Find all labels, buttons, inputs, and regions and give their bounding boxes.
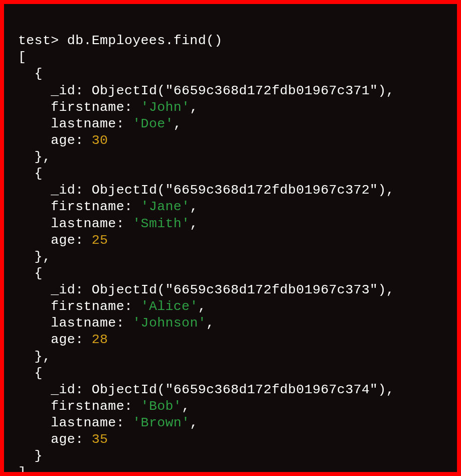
key-id: _id <box>51 83 75 98</box>
colon: : <box>116 315 124 331</box>
object-close-brace: } <box>35 249 43 264</box>
object-open-brace: { <box>35 366 43 381</box>
objectid-fn: ObjectId <box>92 382 157 397</box>
lastname-value: 'Johnson' <box>132 315 206 331</box>
objectid-value: "6659c368d172fdb01967c372" <box>166 183 378 198</box>
colon: : <box>124 199 132 214</box>
colon: : <box>124 100 132 115</box>
array-open-bracket: [ <box>18 50 26 65</box>
command: db.Employees.find() <box>67 33 223 48</box>
colon: : <box>75 332 83 347</box>
paren-close: ) <box>378 83 386 98</box>
terminal-window[interactable]: test> db.Employees.find() [ { _id: Objec… <box>4 4 457 472</box>
key-lastname: lastname <box>51 216 116 231</box>
firstname-value: 'Bob' <box>141 399 182 414</box>
colon: : <box>75 282 83 297</box>
key-age: age <box>51 233 75 248</box>
key-firstname: firstname <box>51 399 124 414</box>
colon: : <box>116 415 124 430</box>
key-age: age <box>51 432 75 447</box>
comma: , <box>198 299 206 314</box>
lastname-value: 'Smith' <box>132 216 190 231</box>
colon: : <box>124 399 132 414</box>
key-firstname: firstname <box>51 199 124 214</box>
comma: , <box>190 100 198 115</box>
paren-close: ) <box>378 183 386 198</box>
comma: , <box>43 149 51 165</box>
key-firstname: firstname <box>51 299 124 314</box>
key-firstname: firstname <box>51 100 124 115</box>
object-close-brace: } <box>35 349 43 364</box>
paren-close: ) <box>378 282 386 297</box>
firstname-value: 'Jane' <box>141 199 190 214</box>
comma: , <box>206 315 214 331</box>
objectid-fn: ObjectId <box>92 83 157 98</box>
comma: , <box>386 382 394 397</box>
comma: , <box>386 282 394 297</box>
comma: , <box>43 249 51 264</box>
objectid-value: "6659c368d172fdb01967c374" <box>166 382 378 397</box>
prompt: test> <box>18 33 59 48</box>
colon: : <box>75 382 83 397</box>
comma: , <box>190 216 198 231</box>
comma: , <box>386 183 394 198</box>
paren-open: ( <box>157 83 165 98</box>
objectid-fn: ObjectId <box>92 282 157 297</box>
object-close-brace: } <box>35 149 43 165</box>
colon: : <box>75 183 83 198</box>
objectid-value: "6659c368d172fdb01967c371" <box>166 83 378 98</box>
key-lastname: lastname <box>51 116 116 131</box>
colon: : <box>124 299 132 314</box>
key-id: _id <box>51 382 75 397</box>
comma: , <box>386 83 394 98</box>
comma: , <box>190 415 198 430</box>
paren-open: ( <box>157 183 165 198</box>
colon: : <box>75 83 83 98</box>
objectid-fn: ObjectId <box>92 183 157 198</box>
colon: : <box>75 432 83 447</box>
key-age: age <box>51 133 75 148</box>
firstname-value: 'Alice' <box>141 299 198 314</box>
age-value: 30 <box>92 133 108 148</box>
colon: : <box>75 233 83 248</box>
lastname-value: 'Brown' <box>132 415 190 430</box>
key-id: _id <box>51 282 75 297</box>
colon: : <box>116 116 124 131</box>
age-value: 35 <box>92 432 108 447</box>
colon: : <box>75 133 83 148</box>
age-value: 28 <box>92 332 108 347</box>
firstname-value: 'John' <box>141 100 190 115</box>
paren-close: ) <box>378 382 386 397</box>
array-close-bracket: ] <box>18 465 26 472</box>
object-open-brace: { <box>35 166 43 181</box>
paren-open: ( <box>157 282 165 297</box>
prompt-line[interactable]: test> db.Employees.find() <box>18 33 223 48</box>
objectid-value: "6659c368d172fdb01967c373" <box>166 282 378 297</box>
object-open-brace: { <box>35 66 43 81</box>
lastname-value: 'Doe' <box>132 116 174 131</box>
key-lastname: lastname <box>51 315 116 331</box>
object-close-brace: } <box>35 448 43 463</box>
comma: , <box>190 199 198 214</box>
object-open-brace: { <box>35 266 43 281</box>
key-age: age <box>51 332 75 347</box>
colon: : <box>116 216 124 231</box>
key-lastname: lastname <box>51 415 116 430</box>
comma: , <box>174 116 182 131</box>
paren-open: ( <box>157 382 165 397</box>
key-id: _id <box>51 183 75 198</box>
comma: , <box>182 399 190 414</box>
comma: , <box>43 349 51 364</box>
age-value: 25 <box>92 233 108 248</box>
